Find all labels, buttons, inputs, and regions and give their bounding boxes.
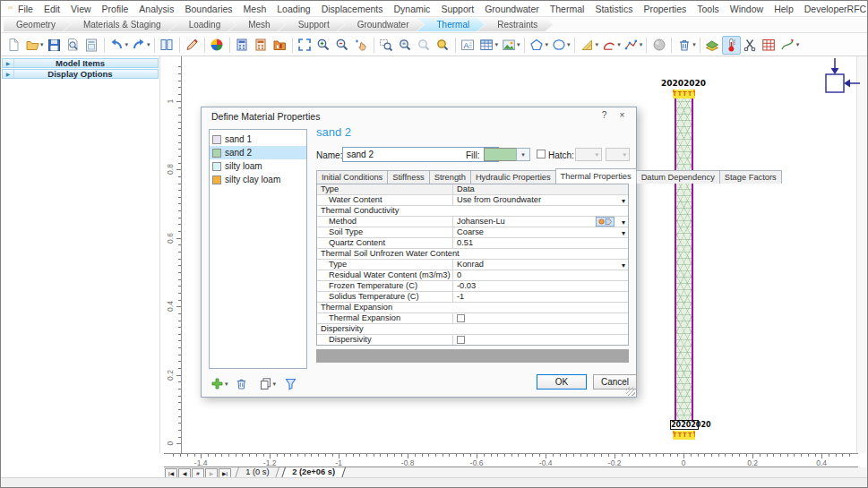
grid-checkbox[interactable] bbox=[457, 314, 465, 322]
menu-profile[interactable]: Profile bbox=[97, 3, 134, 15]
copy-material-icon[interactable] bbox=[257, 375, 274, 392]
pan-zoom-icon[interactable] bbox=[352, 36, 371, 55]
mesh-column[interactable] bbox=[675, 98, 693, 428]
grid-row[interactable]: Solidus Temperature (C)-1 bbox=[317, 292, 628, 303]
dropdown-caret-icon[interactable]: ▾ bbox=[622, 196, 625, 205]
tab-initial-conditions[interactable]: Initial Conditions bbox=[316, 170, 388, 184]
print-preview-icon[interactable] bbox=[64, 36, 82, 55]
panel-section-model-items[interactable]: ▶Model Items bbox=[2, 58, 159, 68]
dialog-help-button[interactable]: ? bbox=[597, 110, 611, 120]
zoom-highlight-icon[interactable] bbox=[434, 36, 452, 55]
measure-tool-dropdown[interactable]: ▾ bbox=[596, 41, 599, 48]
cut-icon[interactable] bbox=[741, 36, 760, 55]
menu-thermal[interactable]: Thermal bbox=[545, 3, 590, 15]
interpret-icon[interactable] bbox=[271, 36, 289, 55]
spline-dropdown[interactable]: ▾ bbox=[796, 41, 800, 48]
menu-support[interactable]: Support bbox=[435, 3, 479, 15]
tab-stiffness[interactable]: Stiffness bbox=[387, 170, 430, 184]
material-item[interactable]: sand 2 bbox=[210, 146, 306, 159]
hatch-checkbox[interactable] bbox=[537, 150, 546, 158]
edit-pencil-icon[interactable] bbox=[183, 36, 202, 55]
zoom-window-icon[interactable] bbox=[377, 36, 396, 55]
menu-file[interactable]: File bbox=[13, 3, 39, 15]
layers-icon[interactable] bbox=[703, 36, 722, 55]
stage-nav-button[interactable]: ▶| bbox=[219, 468, 231, 478]
fill-dropdown[interactable]: ▾ bbox=[516, 148, 530, 161]
menu-tools[interactable]: Tools bbox=[692, 3, 725, 15]
menu-developerrfc[interactable]: DeveloperRFC bbox=[799, 3, 868, 15]
grid-row[interactable]: Soil TypeCoarse▾ bbox=[317, 227, 628, 238]
panel-section-display-options[interactable]: ▶Display Options bbox=[2, 69, 159, 79]
material-item[interactable]: silty loam bbox=[210, 159, 306, 173]
workflow-tab-support[interactable]: Support bbox=[279, 18, 345, 31]
tab-thermal-properties[interactable]: Thermal Properties bbox=[555, 168, 637, 184]
menu-dynamic[interactable]: Dynamic bbox=[389, 3, 436, 15]
add-material-icon[interactable] bbox=[209, 375, 226, 392]
stage-nav-button[interactable]: |◀ bbox=[165, 468, 177, 478]
compute-icon[interactable] bbox=[233, 36, 252, 55]
tab-hydraulic-properties[interactable]: Hydraulic Properties bbox=[470, 170, 556, 184]
zoom-previous-icon[interactable] bbox=[415, 36, 434, 55]
stage-nav-button[interactable]: ◀ bbox=[178, 468, 191, 478]
delete-icon[interactable] bbox=[675, 36, 693, 55]
grid-row[interactable]: Thermal Expansion bbox=[317, 313, 628, 324]
thermal-boundary-icon[interactable] bbox=[722, 36, 741, 55]
grid-row[interactable]: MethodJohansen-Lu▾ bbox=[317, 217, 628, 227]
dialog-resize-grip[interactable] bbox=[626, 387, 635, 396]
redo-icon[interactable] bbox=[129, 36, 148, 55]
workflow-tab-mesh[interactable]: Mesh bbox=[228, 18, 285, 31]
table-dropdown[interactable]: ▾ bbox=[495, 41, 499, 48]
undo-icon[interactable] bbox=[107, 36, 126, 55]
menu-view[interactable]: View bbox=[65, 3, 97, 15]
workflow-tab-restraints[interactable]: Restraints bbox=[477, 18, 553, 31]
add-material-dropdown[interactable]: ▾ bbox=[225, 381, 228, 388]
delete-material-icon[interactable] bbox=[233, 375, 250, 392]
copy-material-dropdown[interactable]: ▾ bbox=[273, 381, 277, 388]
table-icon[interactable] bbox=[477, 36, 496, 55]
grid-row[interactable]: Frozen Temperature (C)-0.03 bbox=[317, 281, 628, 292]
grid-checkbox[interactable] bbox=[457, 336, 465, 344]
ok-button[interactable]: OK bbox=[537, 374, 587, 390]
material-item[interactable]: silty clay loam bbox=[210, 173, 306, 186]
grid-table-icon[interactable] bbox=[760, 36, 778, 55]
menu-boundaries[interactable]: Boundaries bbox=[179, 3, 237, 15]
spline-icon[interactable] bbox=[778, 36, 797, 55]
menu-mesh[interactable]: Mesh bbox=[238, 3, 272, 15]
new-file-icon[interactable] bbox=[4, 36, 22, 55]
edit-vertices-dropdown[interactable]: ▾ bbox=[640, 41, 643, 48]
zoom-out-icon[interactable] bbox=[333, 36, 352, 55]
polygon-tool-icon[interactable] bbox=[528, 36, 546, 55]
grid-row[interactable]: Water ContentUse from Groundwater▾ bbox=[317, 195, 628, 206]
menu-analysis[interactable]: Analysis bbox=[133, 3, 179, 15]
grid-row[interactable]: Quartz Content0.51 bbox=[317, 238, 628, 249]
image-icon[interactable] bbox=[499, 36, 518, 55]
split-view-icon[interactable] bbox=[158, 36, 176, 55]
fill-color-well[interactable] bbox=[484, 148, 517, 161]
compute-thermal-icon[interactable] bbox=[252, 36, 271, 55]
menu-statistics[interactable]: Statistics bbox=[589, 3, 638, 15]
undo-dropdown[interactable]: ▾ bbox=[125, 41, 129, 48]
protractor-icon[interactable] bbox=[599, 36, 618, 55]
stage-nav-button[interactable]: ▶ bbox=[205, 468, 218, 478]
menu-help[interactable]: Help bbox=[769, 3, 799, 15]
method-picker-button[interactable] bbox=[596, 217, 614, 227]
delete-dropdown[interactable]: ▾ bbox=[692, 41, 696, 48]
report-icon[interactable] bbox=[82, 36, 101, 55]
grid-row[interactable]: Residual Water Content (m3/m3)0 bbox=[317, 270, 628, 281]
dropdown-caret-icon[interactable]: ▾ bbox=[622, 261, 625, 270]
tab-datum-dependency[interactable]: Datum Dependency bbox=[636, 170, 720, 184]
color-palette-icon[interactable] bbox=[208, 36, 227, 55]
menu-loading[interactable]: Loading bbox=[271, 3, 315, 15]
polygon-tool-dropdown[interactable]: ▾ bbox=[546, 41, 549, 48]
grid-row[interactable]: TypeKonrad▾ bbox=[317, 260, 628, 270]
dialog-title[interactable]: Define Material Properties bbox=[202, 107, 636, 125]
menu-displacements[interactable]: Displacements bbox=[316, 3, 389, 15]
dropdown-caret-icon[interactable]: ▾ bbox=[622, 228, 625, 237]
menu-edit[interactable]: Edit bbox=[39, 3, 65, 15]
image-dropdown[interactable]: ▾ bbox=[517, 41, 520, 48]
material-item[interactable]: sand 1 bbox=[210, 133, 306, 146]
workflow-tab-loading[interactable]: Loading bbox=[169, 18, 236, 31]
save-icon[interactable] bbox=[45, 36, 64, 55]
tab-stage-factors[interactable]: Stage Factors bbox=[719, 170, 782, 184]
ellipse-tool-dropdown[interactable]: ▾ bbox=[567, 41, 571, 48]
